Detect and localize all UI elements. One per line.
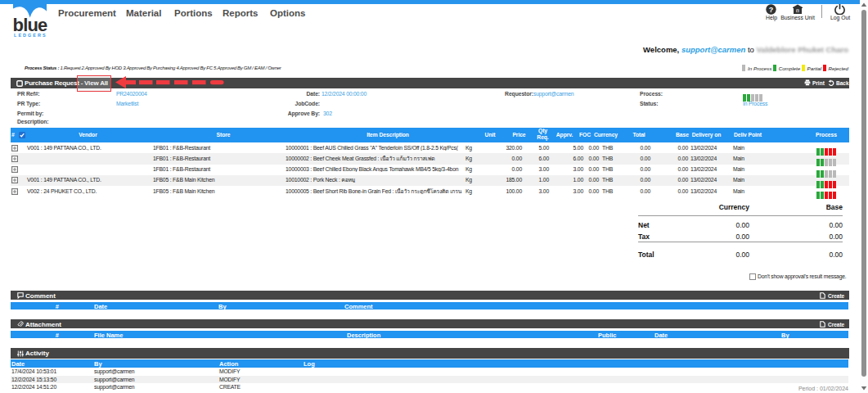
svg-text:LEDGERS: LEDGERS bbox=[14, 33, 47, 38]
svg-text:B: B bbox=[797, 10, 799, 13]
svg-text:?: ? bbox=[769, 6, 774, 14]
